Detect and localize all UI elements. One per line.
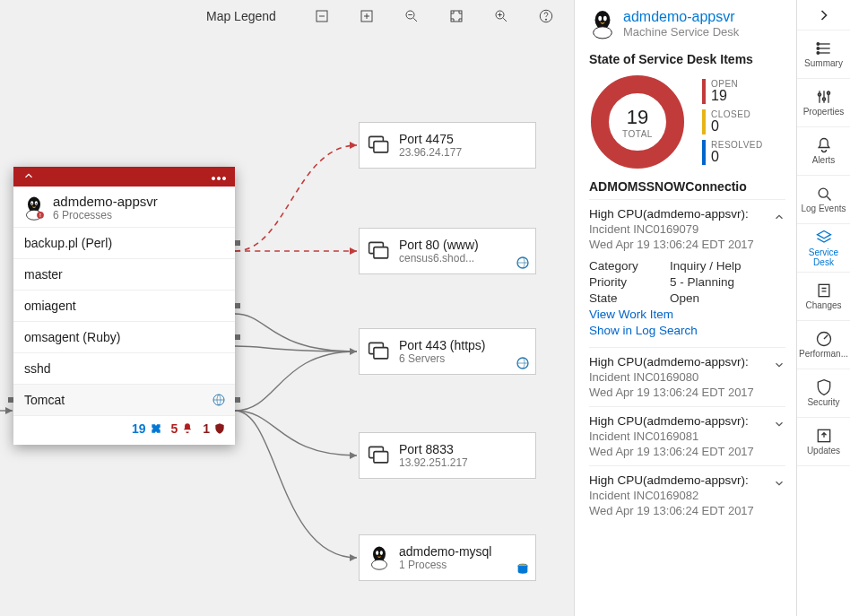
collapse-all-icon[interactable] xyxy=(312,6,332,26)
rail-tab-service-desk[interactable]: Service Desk xyxy=(797,224,850,273)
rail-tab-summary[interactable]: Summary xyxy=(797,30,850,79)
legend-swatch xyxy=(702,79,706,104)
port-connector-icon xyxy=(235,240,240,246)
process-label: sshd xyxy=(24,361,51,376)
globe-icon xyxy=(516,356,530,370)
kv-key: Category xyxy=(589,259,670,273)
chevron-down-icon[interactable] xyxy=(773,477,785,493)
remote-sub: 23.96.24.177 xyxy=(399,146,462,159)
remote-sub: 1 Process xyxy=(399,559,491,571)
remote-title: Port 4475 xyxy=(399,132,462,146)
process-item[interactable]: Tomcat xyxy=(13,385,235,416)
rail-tab-alerts[interactable]: Alerts xyxy=(797,127,850,176)
svg-point-13 xyxy=(31,203,33,204)
rail-label: Properties xyxy=(803,108,845,117)
linux-icon: ! xyxy=(22,195,46,221)
donut-legend: OPEN19 CLOSED0 RESOLVED0 xyxy=(702,79,763,165)
svg-point-30 xyxy=(376,551,378,555)
kv-val: Open xyxy=(670,291,699,305)
svg-text:!: ! xyxy=(39,213,41,218)
remote-node[interactable]: Port 80 (www)census6.shod... xyxy=(359,228,536,274)
rail-tab-performance[interactable]: Performan... xyxy=(797,321,850,369)
process-item[interactable]: master xyxy=(13,259,235,291)
detail-panel: admdemo-appsvr Machine Service Desk Stat… xyxy=(574,0,796,616)
node-header xyxy=(13,167,235,187)
incident-title: High CPU(admdemo-appsvr): xyxy=(589,207,785,221)
linux-icon xyxy=(589,9,616,39)
rail-expand-button[interactable] xyxy=(797,0,850,30)
shield-icon xyxy=(815,378,833,396)
chevron-down-icon[interactable] xyxy=(773,359,785,375)
incident-title: High CPU(admdemo-appsvr): xyxy=(589,414,785,428)
detail-name: admdemo-appsvr xyxy=(623,9,739,25)
node-footer: 19 5 1 xyxy=(13,416,235,445)
kv-key: State xyxy=(589,291,670,305)
chevron-down-icon[interactable] xyxy=(773,418,785,434)
remote-sub: census6.shod... xyxy=(399,252,479,265)
incident-title: High CPU(admdemo-appsvr): xyxy=(589,473,785,487)
rail-tab-properties[interactable]: Properties xyxy=(797,79,850,127)
rail-label: Performan... xyxy=(799,350,848,360)
svg-point-57 xyxy=(817,43,820,46)
changes-icon xyxy=(815,282,833,299)
incident-item[interactable]: High CPU(admdemo-appsvr): Incident INC01… xyxy=(589,465,785,525)
show-log-search-link[interactable]: Show in Log Search xyxy=(589,324,785,337)
remote-node[interactable]: Port 443 (https)6 Servers xyxy=(359,328,536,375)
svg-marker-2 xyxy=(350,348,357,355)
incident-item[interactable]: High CPU(admdemo-appsvr): Incident INC01… xyxy=(589,199,785,347)
zoom-out-icon[interactable] xyxy=(402,6,421,26)
search-doc-icon xyxy=(815,185,833,203)
fit-screen-icon[interactable] xyxy=(447,6,466,26)
svg-point-31 xyxy=(380,551,383,555)
process-item[interactable]: omiagent xyxy=(13,291,235,322)
donut-total: 19 xyxy=(622,106,653,129)
collapse-icon[interactable] xyxy=(22,169,35,185)
view-work-item-link[interactable]: View Work Item xyxy=(589,308,785,321)
node-name: admdemo-appsvr xyxy=(53,194,158,209)
machine-node-card[interactable]: ! admdemo-appsvr 6 Processes backup.pl (… xyxy=(13,167,235,445)
map-legend-label[interactable]: Map Legend xyxy=(206,9,276,23)
incident-item[interactable]: High CPU(admdemo-appsvr): Incident INC01… xyxy=(589,347,785,406)
expand-all-icon[interactable] xyxy=(357,6,377,26)
server-group-icon xyxy=(367,239,392,264)
svg-rect-27 xyxy=(374,452,388,463)
donut-chart: 19 TOTAL xyxy=(589,74,686,170)
zoom-in-icon[interactable] xyxy=(491,6,511,26)
help-icon[interactable] xyxy=(536,6,556,26)
rail-tab-updates[interactable]: Updates xyxy=(797,418,850,466)
right-rail: Summary Properties Alerts Log Events Ser… xyxy=(796,0,850,616)
svg-rect-24 xyxy=(374,348,388,359)
incident-item[interactable]: High CPU(admdemo-appsvr): Incident INC01… xyxy=(589,406,785,465)
map-canvas[interactable]: ! admdemo-appsvr 6 Processes backup.pl (… xyxy=(0,0,574,616)
process-list: backup.pl (Perl) master omiagent omsagen… xyxy=(13,227,235,416)
process-item[interactable]: backup.pl (Perl) xyxy=(13,228,235,259)
alert-bell-icon xyxy=(181,422,194,435)
rail-label: Summary xyxy=(804,59,843,69)
remote-sub: 13.92.251.217 xyxy=(399,456,468,469)
process-item[interactable]: sshd xyxy=(13,353,235,385)
process-label: Tomcat xyxy=(24,393,65,407)
svg-rect-19 xyxy=(374,142,388,152)
remote-node[interactable]: Port 447523.96.24.177 xyxy=(359,122,536,169)
svg-rect-41 xyxy=(451,11,462,22)
kv-val: 5 - Planning xyxy=(670,275,734,289)
legend-swatch xyxy=(702,140,706,165)
svg-point-8 xyxy=(222,177,225,179)
rail-tab-changes[interactable]: Changes xyxy=(797,273,850,321)
server-group-icon xyxy=(367,339,392,364)
update-icon xyxy=(815,427,833,445)
process-label: omsagent (Ruby) xyxy=(24,330,120,344)
gauge-icon xyxy=(815,330,833,348)
linux-icon xyxy=(367,545,392,570)
remote-node[interactable]: admdemo-mysql1 Process xyxy=(359,534,536,581)
rail-tab-log-events[interactable]: Log Events xyxy=(797,176,850,224)
shield-icon xyxy=(213,422,226,435)
node-menu-icon[interactable] xyxy=(212,169,226,184)
remote-node[interactable]: Port 883313.92.251.217 xyxy=(359,432,536,479)
svg-marker-4 xyxy=(350,554,357,561)
chevron-up-icon[interactable] xyxy=(773,211,785,227)
process-item[interactable]: omsagent (Ruby) xyxy=(13,322,235,353)
svg-marker-5 xyxy=(5,407,13,414)
incident-ts: Wed Apr 19 13:06:24 EDT 2017 xyxy=(589,504,785,517)
rail-tab-security[interactable]: Security xyxy=(797,369,850,418)
